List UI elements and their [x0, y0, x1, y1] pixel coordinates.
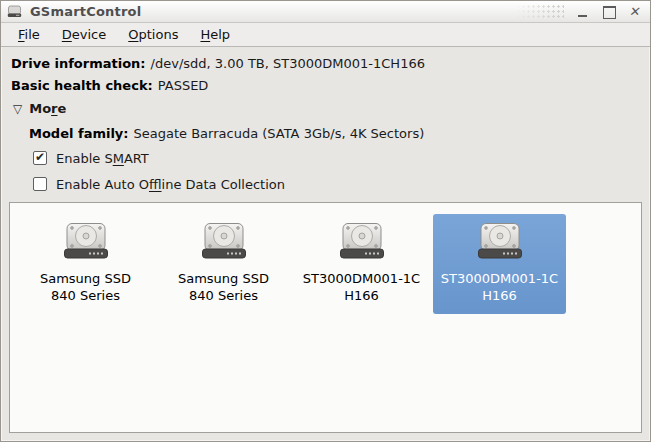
close-button[interactable]: ✕ — [627, 5, 644, 19]
drive-grid: Samsung SSD840 Series — [10, 203, 641, 314]
enable-aodc-checkbox[interactable]: ✔ — [33, 177, 47, 191]
drive-label: ST3000DM001-1CH166 — [303, 270, 420, 304]
app-hdd-icon — [7, 5, 22, 18]
health-check-value: PASSED — [158, 78, 209, 93]
menu-device[interactable]: Device — [51, 23, 117, 46]
drive-item-2[interactable]: ST3000DM001-1CH166 — [295, 214, 428, 314]
titlebar[interactable]: GSmartControl ✕ — [1, 1, 650, 23]
checkmark-icon: ✔ — [35, 151, 45, 163]
enable-smart-label: Enable SMART — [56, 151, 149, 166]
info-section: Drive information: /dev/sdd, 3.00 TB, ST… — [1, 47, 650, 197]
model-family-label: Model family: — [29, 126, 129, 141]
drive-information-row: Drive information: /dev/sdd, 3.00 TB, ST… — [11, 52, 640, 74]
enable-smart-checkbox[interactable]: ✔ — [33, 151, 47, 165]
titlebar-dissolve-pattern — [516, 4, 564, 19]
hdd-icon — [62, 221, 110, 261]
model-family-row: Model family: Seagate Barracuda (SATA 3G… — [11, 121, 640, 145]
model-family-value: Seagate Barracuda (SATA 3Gb/s, 4K Sector… — [134, 126, 425, 141]
more-label: More — [29, 101, 66, 116]
drive-information-value: /dev/sdd, 3.00 TB, ST3000DM001-1CH166 — [151, 56, 425, 71]
window-title: GSmartControl — [30, 4, 141, 19]
more-expander[interactable]: ▽ More — [11, 96, 640, 121]
menu-options[interactable]: Options — [117, 23, 189, 46]
hdd-icon — [338, 221, 386, 261]
menu-file[interactable]: File — [7, 23, 51, 46]
health-check-row: Basic health check: PASSED — [11, 74, 640, 96]
window-controls: ✕ — [516, 4, 642, 19]
gsmartcontrol-window: GSmartControl ✕ File Device Options Help… — [0, 0, 651, 442]
maximize-button[interactable] — [602, 5, 616, 19]
drive-item-0[interactable]: Samsung SSD840 Series — [19, 214, 152, 314]
enable-aodc-label: Enable Auto Offline Data Collection — [56, 177, 285, 192]
drive-label: ST3000DM001-1CH166 — [441, 270, 558, 304]
menubar: File Device Options Help — [1, 23, 650, 47]
drive-item-1[interactable]: Samsung SSD840 Series — [157, 214, 290, 314]
drive-label: Samsung SSD840 Series — [40, 270, 131, 304]
drive-label: Samsung SSD840 Series — [178, 270, 269, 304]
enable-aodc-row[interactable]: ✔ Enable Auto Offline Data Collection — [11, 171, 640, 197]
health-check-label: Basic health check: — [11, 78, 153, 93]
minimize-button[interactable] — [576, 5, 590, 19]
drive-item-3[interactable]: ST3000DM001-1CH166 — [433, 214, 566, 314]
menu-help[interactable]: Help — [189, 23, 241, 46]
drive-list-panel: Samsung SSD840 Series — [9, 202, 642, 433]
drive-information-label: Drive information: — [11, 56, 146, 71]
hdd-icon — [476, 221, 524, 261]
enable-smart-row[interactable]: ✔ Enable SMART — [11, 145, 640, 171]
expander-open-icon[interactable]: ▽ — [13, 103, 22, 115]
hdd-icon — [200, 221, 248, 261]
